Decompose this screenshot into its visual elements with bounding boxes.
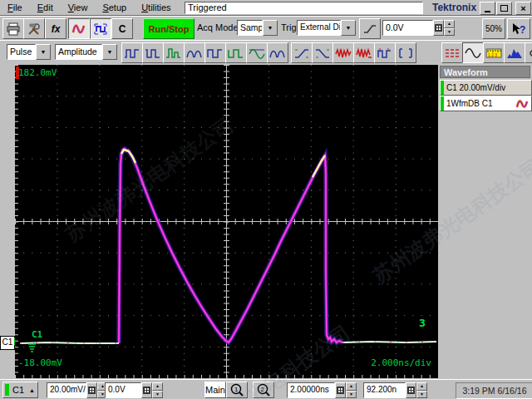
horizontal-scale-input[interactable]: 2.00000ns: [287, 382, 335, 398]
chevron-down-icon[interactable]: ▼: [36, 44, 51, 60]
meas-category-select[interactable]: Pulse ▼: [7, 44, 51, 60]
trig-slope-button[interactable]: [359, 18, 381, 39]
histogram-button[interactable]: [504, 42, 525, 63]
trig-level-input[interactable]: 0.0V: [382, 20, 433, 36]
period-button[interactable]: [246, 42, 268, 63]
waveform-panel: Waveform C1 20.00mV/div 1WfmDB C1: [438, 64, 532, 379]
fifty-label: 50%: [485, 24, 502, 33]
math-fx-button[interactable]: fx: [45, 18, 66, 39]
timing-marks-icon: [377, 47, 393, 59]
persistence-button[interactable]: [441, 42, 463, 63]
resolution-input[interactable]: 92.200n: [363, 382, 406, 398]
restore-button[interactable]: [496, 2, 512, 15]
gating-icon: [397, 47, 414, 59]
negative-duty-icon: [228, 47, 244, 59]
vertical-position-input[interactable]: 0.0V: [105, 382, 141, 398]
minimize-button[interactable]: [480, 2, 495, 15]
meas-type-select[interactable]: Amplitude ▼: [55, 44, 117, 60]
acq-mode-value: Sample: [237, 20, 263, 36]
step-down-icon[interactable]: ▼: [152, 391, 163, 399]
persistence-icon: [444, 47, 461, 59]
acq-mode-select[interactable]: Sample ▼: [237, 20, 278, 36]
print-icon: [6, 22, 21, 36]
channel-color-stripe: [5, 384, 9, 396]
run-stop-button[interactable]: Run/Stop: [143, 18, 195, 39]
wfmdb-label: 1WfmDB C1: [444, 99, 516, 108]
utilities-tools-button[interactable]: [23, 18, 45, 39]
help-pointer-icon: ?: [510, 22, 527, 36]
eye-diagram-icon: [527, 47, 532, 59]
period-icon: [249, 47, 265, 59]
keypad-button[interactable]: [433, 20, 444, 36]
zoom-1-button[interactable]: 1: [226, 382, 248, 398]
svg-text:1 2 3: 1 2 3: [488, 52, 497, 57]
menu-edit[interactable]: Edit: [30, 2, 61, 14]
keypad-button[interactable]: [141, 382, 152, 398]
horizontal-scale-control: 2.00000ns ▲ ▼: [287, 382, 357, 398]
keypad-icon: [88, 387, 96, 394]
tools-icon: [27, 22, 42, 36]
waveform-display-button[interactable]: [462, 42, 484, 63]
gating-button[interactable]: [395, 42, 416, 63]
close-button[interactable]: ×: [515, 2, 531, 15]
trace-c1-label: C1: [32, 329, 42, 340]
graticule[interactable]: 182.0mV -18.00mV 2.000ns/div 3 C1: [15, 65, 438, 378]
channel-label: C1: [12, 385, 24, 395]
keypad-button[interactable]: [335, 382, 346, 398]
noise-button[interactable]: [353, 42, 375, 63]
step-up-icon[interactable]: ▲: [152, 382, 163, 391]
negative-width-button[interactable]: [142, 42, 164, 63]
chevron-down-icon[interactable]: ▼: [102, 44, 117, 60]
minimize-icon: [485, 11, 490, 12]
positive-duty-icon: [207, 47, 224, 59]
main-label: Main: [205, 385, 225, 395]
step-down-icon[interactable]: ▼: [346, 391, 357, 399]
zoom-2-button[interactable]: 2: [253, 382, 274, 398]
keypad-button[interactable]: [406, 382, 416, 398]
positive-width-button[interactable]: [121, 42, 143, 63]
set-50-percent-button[interactable]: 50%: [482, 18, 505, 39]
cycle-burst-icon: [269, 47, 286, 59]
rise-time-button[interactable]: [291, 42, 313, 63]
menu-file[interactable]: File: [0, 2, 30, 14]
burst-width-icon: [186, 47, 203, 59]
context-help-button[interactable]: ?: [507, 18, 530, 39]
step-up-icon[interactable]: ▲: [444, 20, 455, 28]
fall-time-button[interactable]: [312, 42, 333, 63]
timebase-main-button[interactable]: Main: [204, 382, 226, 398]
counter-button[interactable]: 1 2 3: [483, 42, 505, 63]
runt-button[interactable]: [163, 42, 185, 63]
cycle-burst-button[interactable]: [267, 42, 288, 63]
jitter-button[interactable]: [332, 42, 354, 63]
cursor-c-button[interactable]: C: [111, 18, 133, 39]
burst-width-button[interactable]: [184, 42, 205, 63]
trigger-status: Triggered: [185, 2, 423, 14]
menu-view[interactable]: View: [61, 2, 96, 14]
eye-diagram-button[interactable]: [525, 42, 532, 63]
print-button[interactable]: [2, 18, 24, 39]
keypad-button[interactable]: [86, 382, 97, 398]
timebase-readout: 2.000ns/div: [371, 357, 431, 368]
negative-duty-button[interactable]: [225, 42, 247, 63]
step-down-icon[interactable]: ▼: [416, 391, 427, 399]
fx-icon: fx: [52, 23, 61, 35]
trig-source-select[interactable]: External Direct ▼: [297, 20, 356, 36]
pulse-icon: [93, 22, 108, 36]
timing-marks-button[interactable]: [374, 42, 396, 63]
channel-select-button[interactable]: C1 ▲: [2, 382, 38, 398]
waveform-row-wfmdb[interactable]: 1WfmDB C1: [440, 96, 532, 111]
waveform-row-c1[interactable]: C1 20.00mV/div: [440, 80, 532, 96]
step-up-icon[interactable]: ▲: [346, 382, 357, 391]
waveform-mode-button[interactable]: [68, 18, 90, 39]
channel-c1-marker[interactable]: C1: [0, 336, 15, 350]
pulse-mode-button[interactable]: [90, 18, 111, 39]
menu-setup[interactable]: Setup: [95, 2, 134, 14]
step-up-icon[interactable]: ▲: [416, 382, 427, 391]
menu-utilities[interactable]: Utilities: [134, 2, 178, 14]
step-down-icon[interactable]: ▼: [444, 28, 455, 37]
chevron-down-icon[interactable]: ▼: [341, 20, 356, 36]
chevron-down-icon[interactable]: ▼: [263, 20, 278, 36]
positive-duty-button[interactable]: [204, 42, 226, 63]
runt-icon: [165, 47, 182, 59]
vertical-scale-input[interactable]: 20.00mV/: [47, 382, 86, 398]
